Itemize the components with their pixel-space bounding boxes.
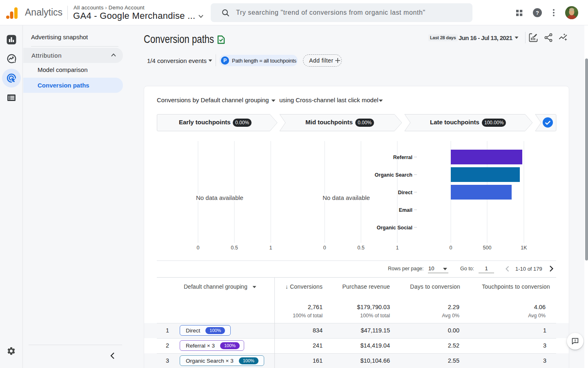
svg-text:?: ?: [536, 10, 539, 16]
